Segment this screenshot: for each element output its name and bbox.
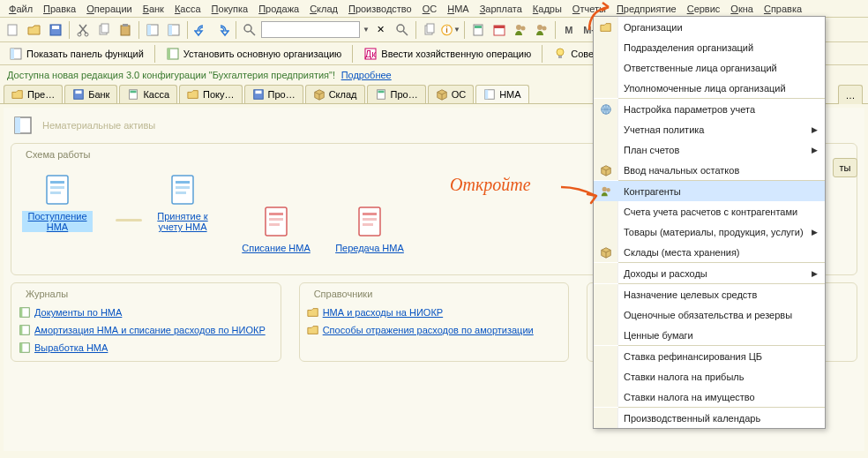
- tab-5[interactable]: Склад: [305, 85, 365, 103]
- undo-button[interactable]: [191, 20, 211, 40]
- paste-button[interactable]: [116, 20, 135, 40]
- dropdown-item-1[interactable]: Подразделения организаций: [594, 37, 825, 57]
- tabbar-overflow-button[interactable]: …: [838, 85, 863, 104]
- update-link[interactable]: Подробнее: [341, 70, 392, 80]
- tab-8[interactable]: НМА: [475, 85, 528, 103]
- dropdown-item-19[interactable]: Производственный календарь: [594, 408, 825, 428]
- dropdown-item-8[interactable]: Контрагенты: [594, 181, 825, 201]
- menu-окна[interactable]: Окна: [725, 2, 759, 16]
- cut-button[interactable]: [73, 20, 93, 40]
- dropdown-item-7[interactable]: Ввод начальных остатков: [594, 160, 825, 180]
- dropdown-item-11[interactable]: Склады (места хранения): [594, 242, 825, 262]
- new-file-button[interactable]: [4, 20, 23, 40]
- dropdown-item-13[interactable]: Назначение целевых средств: [594, 284, 825, 304]
- page-title: Нематериальные активы: [42, 120, 155, 131]
- menu-предприятие[interactable]: Предприятие: [611, 2, 682, 16]
- menu-банк[interactable]: Банк: [138, 2, 169, 16]
- tab-6[interactable]: Про…: [367, 85, 426, 103]
- menu-кадры[interactable]: Кадры: [528, 2, 567, 16]
- people-icon[interactable]: [511, 20, 530, 40]
- calc-button[interactable]: [468, 20, 488, 40]
- menu-отчеты[interactable]: Отчеты: [567, 2, 611, 16]
- grid2-icon[interactable]: [164, 20, 183, 40]
- menu-зарплата[interactable]: Зарплата: [475, 2, 528, 16]
- redo-button[interactable]: [213, 20, 232, 40]
- dropdown-item-16[interactable]: Ставка рефинансирования ЦБ: [594, 346, 825, 366]
- m-icon[interactable]: M: [559, 20, 579, 40]
- set-main-org-button[interactable]: Установить основную организацию: [162, 45, 346, 63]
- menu-сервис[interactable]: Сервис: [682, 2, 726, 16]
- refs-title: Справочники: [311, 289, 377, 299]
- dropdown-item-5[interactable]: Учетная политика▶: [594, 119, 825, 139]
- menu-операции[interactable]: Операции: [81, 2, 137, 16]
- doc-prinyatie[interactable]: Принятие к учету НМА: [147, 174, 218, 232]
- copy-button[interactable]: [94, 20, 114, 40]
- journal-link-1[interactable]: Амортизация НМА и списание расходов по Н…: [19, 324, 273, 336]
- dropdown-item-4[interactable]: Настройка параметров учета: [594, 99, 825, 119]
- dropdown-item-6[interactable]: План счетов▶: [594, 139, 825, 160]
- menu-касса[interactable]: Касса: [169, 2, 206, 16]
- menu-ос[interactable]: ОС: [417, 2, 443, 16]
- journal-link-0[interactable]: Документы по НМА: [19, 306, 273, 319]
- dropdown-item-18[interactable]: Ставки налога на имущество: [594, 387, 825, 407]
- journal-link-2[interactable]: Выработка НМА: [19, 342, 273, 354]
- ref-link-1[interactable]: Способы отражения расходов по амортизаци…: [307, 324, 562, 336]
- doc-spisanie[interactable]: Списание НМА: [241, 206, 311, 253]
- dropdown-item-9[interactable]: Счета учета расчетов с контрагентами: [594, 201, 825, 221]
- search-go-icon[interactable]: [393, 20, 412, 40]
- dropdown-item-2[interactable]: Ответственные лица организаций: [594, 57, 825, 78]
- update-text: Доступна новая редакция 3.0 конфигурации…: [7, 70, 335, 80]
- grid1-icon[interactable]: [143, 20, 162, 40]
- open-button[interactable]: [25, 20, 44, 40]
- contact-icon[interactable]: [532, 20, 551, 40]
- copy-sheet-icon[interactable]: [420, 20, 439, 40]
- journals-group: Журналы Документы по НМААмортизация НМА …: [11, 282, 281, 362]
- dropdown-item-17[interactable]: Ставки налога на прибыль: [594, 366, 825, 387]
- find-button[interactable]: [240, 20, 259, 40]
- dropdown-item-15[interactable]: Ценные бумаги: [594, 325, 825, 345]
- menu-покупка[interactable]: Покупка: [206, 2, 254, 16]
- main-menu: ФайлПравкаОперацииБанкКассаПокупкаПродаж…: [0, 0, 868, 18]
- refs-group: Справочники НМА и расходы на НИОКРСпособ…: [299, 282, 570, 362]
- dropdown-item-12[interactable]: Доходы и расходы▶: [594, 263, 825, 283]
- show-panel-button[interactable]: Показать панель функций: [5, 45, 147, 63]
- tab-0[interactable]: Пре…: [4, 85, 63, 103]
- calendar-button[interactable]: [490, 20, 509, 40]
- dropdown-item-0[interactable]: Организации: [594, 17, 825, 37]
- tab-2[interactable]: Касса: [119, 85, 177, 103]
- tab-1[interactable]: Банк: [64, 85, 117, 103]
- info-button[interactable]: ▼: [441, 20, 460, 40]
- doc-postuplenie[interactable]: Поступление НМА: [22, 174, 93, 232]
- clear-search-icon[interactable]: ✕: [371, 20, 391, 40]
- enterprise-menu: ОрганизацииПодразделения организацийОтве…: [593, 16, 826, 429]
- schema-title: Схема работы: [22, 149, 94, 160]
- menu-правка[interactable]: Правка: [38, 2, 81, 16]
- tab-4[interactable]: Про…: [244, 85, 303, 103]
- side-widget-button[interactable]: ты: [833, 158, 857, 177]
- menu-производство[interactable]: Производство: [343, 2, 417, 16]
- tab-7[interactable]: ОС: [428, 85, 475, 103]
- menu-склад[interactable]: Склад: [304, 2, 343, 16]
- dropdown-item-14[interactable]: Оценочные обязательства и резервы: [594, 304, 825, 325]
- search-input[interactable]: [261, 21, 360, 38]
- tab-3[interactable]: Поку…: [179, 85, 242, 103]
- connector-icon: [116, 219, 142, 221]
- menu-нма[interactable]: НМА: [442, 2, 474, 16]
- menu-файл[interactable]: Файл: [4, 2, 38, 16]
- enter-operation-button[interactable]: Ввести хозяйственную операцию: [360, 45, 535, 63]
- menu-справка[interactable]: Справка: [759, 2, 807, 16]
- dropdown-item-10[interactable]: Товары (материалы, продукция, услуги)▶: [594, 221, 825, 242]
- menu-продажа[interactable]: Продажа: [253, 2, 304, 16]
- journals-title: Журналы: [22, 289, 71, 299]
- dropdown-item-3[interactable]: Уполномоченные лица организаций: [594, 78, 825, 98]
- doc-peredacha[interactable]: Передача НМА: [334, 206, 405, 253]
- ref-link-0[interactable]: НМА и расходы на НИОКР: [307, 306, 562, 319]
- save-button[interactable]: [46, 20, 65, 40]
